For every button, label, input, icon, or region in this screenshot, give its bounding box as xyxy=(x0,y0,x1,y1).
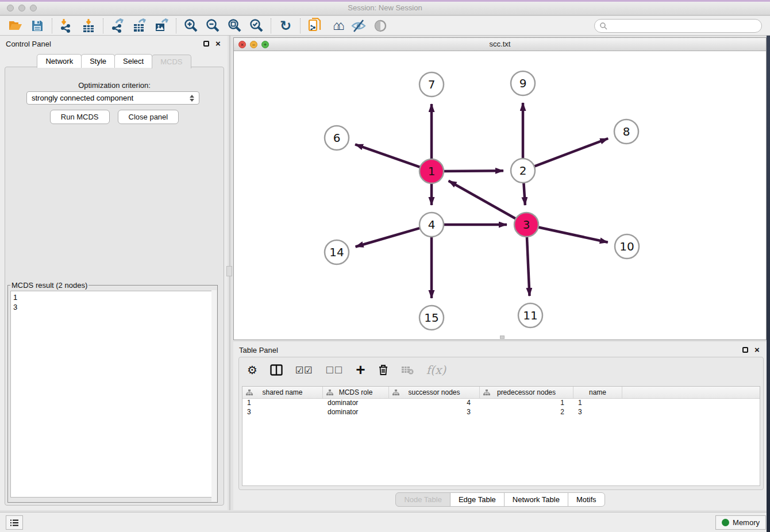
graph-node-2[interactable]: 2 xyxy=(511,159,535,183)
search-input[interactable] xyxy=(607,22,761,30)
table-panel-header: Table Panel × xyxy=(233,342,767,358)
mcds-result-text[interactable]: 1 3 xyxy=(10,291,215,498)
result-scrollbar[interactable] xyxy=(211,290,217,502)
graph-node-3[interactable]: 3 xyxy=(514,213,538,237)
column-header-shared-name[interactable]: shared name xyxy=(242,387,323,398)
network-minimize-button[interactable]: − xyxy=(250,41,257,48)
zoom-selected-icon[interactable] xyxy=(245,17,267,34)
table-cell[interactable]: 2 xyxy=(480,408,573,417)
table-panel: Table Panel × ⚙ ☑☑ ☐☐ + f(x) xyxy=(233,342,767,510)
import-network-icon[interactable] xyxy=(56,17,78,34)
export-table-icon[interactable] xyxy=(129,17,151,34)
splitter-grip[interactable] xyxy=(226,266,232,276)
tab-mcds[interactable]: MCDS xyxy=(152,55,191,68)
select-all-icon[interactable]: ☑☑ xyxy=(295,365,313,376)
mcds-panel-body: Optimization criterion: strongly connect… xyxy=(5,67,224,506)
home-layout-icon[interactable]: ⌂⌂ xyxy=(326,17,348,34)
zoom-out-icon[interactable] xyxy=(202,17,224,34)
window-title: Session: New Session xyxy=(0,3,770,12)
graph-node-1[interactable]: 1 xyxy=(419,159,444,183)
table-header-row: shared nameMCDS rolesuccessor nodesprede… xyxy=(242,387,760,399)
hierarchy-icon xyxy=(246,390,253,396)
table-cell[interactable]: dominator xyxy=(323,408,389,417)
deselect-all-icon[interactable]: ☐☐ xyxy=(326,365,344,376)
graph-edge-3-11[interactable] xyxy=(527,236,530,296)
table-panel-body: ⚙ ☑☑ ☐☐ + f(x) shared nameMCDS rolesucce… xyxy=(238,357,764,490)
import-table-icon[interactable] xyxy=(78,17,99,34)
float-table-panel-button[interactable] xyxy=(741,346,749,354)
close-table-panel-button[interactable]: × xyxy=(753,346,761,354)
network-hscrollbar[interactable] xyxy=(500,336,505,339)
table-row[interactable]: 1dominator411 xyxy=(242,399,760,408)
application-window: Session: New Session xyxy=(0,0,770,532)
search-box[interactable] xyxy=(594,19,762,33)
graph-edge-3-10[interactable] xyxy=(537,227,608,242)
tab-edge-table[interactable]: Edge Table xyxy=(450,492,505,507)
column-header-successor-nodes[interactable]: successor nodes xyxy=(389,387,480,398)
hierarchy-icon xyxy=(326,390,333,396)
graph-node-10[interactable]: 10 xyxy=(615,234,639,259)
tab-style[interactable]: Style xyxy=(81,54,115,68)
network-canvas[interactable]: 7968124314101511 xyxy=(234,51,766,340)
tab-motifs[interactable]: Motifs xyxy=(568,492,605,507)
graph-node-label: 11 xyxy=(523,309,537,322)
zoom-in-icon[interactable] xyxy=(180,17,202,34)
table-cell[interactable]: 1 xyxy=(242,399,323,408)
table-cell[interactable]: 4 xyxy=(389,399,480,408)
graph-edge-1-2[interactable] xyxy=(442,171,503,171)
column-header-name[interactable]: name xyxy=(573,387,622,398)
graph-node-label: 14 xyxy=(329,245,344,259)
graph-node-14[interactable]: 14 xyxy=(325,240,349,264)
graph-node-11[interactable]: 11 xyxy=(518,303,542,327)
open-session-icon[interactable] xyxy=(5,17,26,34)
task-history-button[interactable] xyxy=(6,515,23,530)
show-details-icon[interactable] xyxy=(369,17,391,34)
graph-node-9[interactable]: 9 xyxy=(511,71,535,95)
tab-node-table[interactable]: Node Table xyxy=(395,492,451,507)
table-row[interactable]: 3dominator323 xyxy=(242,408,760,417)
hide-details-icon[interactable] xyxy=(348,17,369,34)
table-settings-icon[interactable]: ⚙ xyxy=(247,363,257,377)
delete-column-icon[interactable] xyxy=(378,364,388,376)
graph-edge-3-1[interactable] xyxy=(449,181,517,219)
tab-network-table[interactable]: Network Table xyxy=(504,492,568,507)
function-builder-icon: f(x) xyxy=(426,363,446,377)
graph-node-15[interactable]: 15 xyxy=(419,306,444,330)
table-cell[interactable]: dominator xyxy=(323,399,389,408)
close-panel-button-mcds[interactable]: Close panel xyxy=(118,110,179,124)
graph-edge-2-3[interactable] xyxy=(523,182,525,205)
refresh-icon[interactable]: ↻ xyxy=(275,17,297,34)
export-network-icon[interactable] xyxy=(107,17,129,34)
save-session-icon[interactable] xyxy=(26,17,48,34)
table-cell[interactable]: 3 xyxy=(389,408,480,417)
graph-edge-1-6[interactable] xyxy=(355,144,421,167)
table-cell[interactable]: 3 xyxy=(573,408,622,417)
graph-edge-2-8[interactable] xyxy=(533,138,608,167)
tab-network[interactable]: Network xyxy=(37,54,82,68)
tab-select[interactable]: Select xyxy=(114,54,152,68)
optimization-criterion-select[interactable]: strongly connected component xyxy=(26,91,199,105)
close-panel-button[interactable]: × xyxy=(214,40,222,48)
memory-button[interactable]: Memory xyxy=(715,515,766,530)
network-close-button[interactable]: × xyxy=(238,41,246,48)
network-maximize-button[interactable]: + xyxy=(261,41,269,48)
run-mcds-button[interactable]: Run MCDS xyxy=(50,110,110,124)
table-cell[interactable]: 1 xyxy=(573,399,622,408)
split-view-icon[interactable] xyxy=(270,364,283,376)
clone-network-icon[interactable] xyxy=(304,17,326,34)
graph-node-6[interactable]: 6 xyxy=(325,126,349,150)
column-header-predecessor-nodes[interactable]: predecessor nodes xyxy=(480,387,573,398)
graph-node-label: 4 xyxy=(428,218,436,232)
table-tabs: Node Table Edge Table Network Table Moti… xyxy=(233,492,767,507)
table-cell[interactable]: 1 xyxy=(480,399,573,408)
zoom-fit-icon[interactable] xyxy=(224,17,245,34)
graph-node-8[interactable]: 8 xyxy=(614,119,638,144)
float-panel-button[interactable] xyxy=(202,40,210,48)
table-cell[interactable]: 3 xyxy=(242,408,323,417)
add-column-icon[interactable]: + xyxy=(356,361,365,379)
export-image-icon[interactable] xyxy=(151,17,172,34)
graph-node-7[interactable]: 7 xyxy=(419,72,444,97)
column-header-MCDS-role[interactable]: MCDS role xyxy=(323,387,389,398)
graph-edge-4-14[interactable] xyxy=(356,228,421,246)
graph-node-4[interactable]: 4 xyxy=(419,213,444,237)
